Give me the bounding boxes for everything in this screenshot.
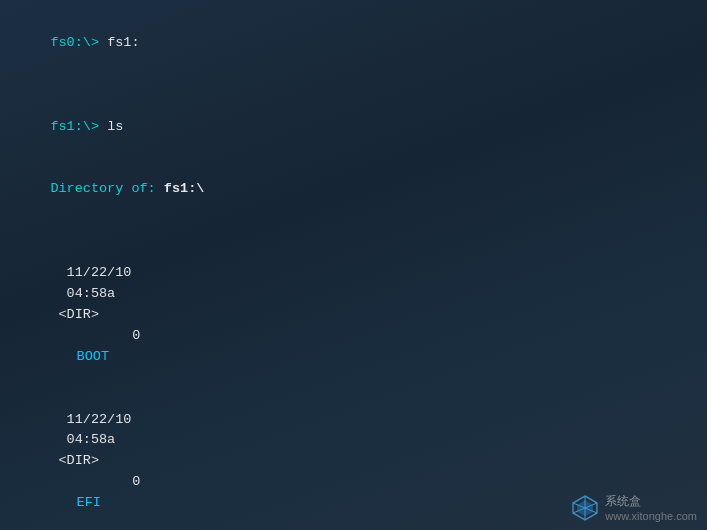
prompt-line-1: fs0:\> fs1: xyxy=(18,12,689,75)
ls-prompt-line: fs1:\> ls xyxy=(18,96,689,159)
list-item: 11/22/10 04:58a <DIR> 0 BOOT xyxy=(18,242,689,388)
watermark: 系统盒 www.xitonghe.com xyxy=(571,493,697,522)
fs1-command: fs1: xyxy=(107,35,139,50)
ls-command: ls xyxy=(107,119,123,134)
watermark-url: www.xitonghe.com xyxy=(605,510,697,522)
blank-line-1 xyxy=(18,75,689,96)
directory-path: fs1:\ xyxy=(164,181,205,196)
directory-line: Directory of: fs1:\ xyxy=(18,158,689,221)
watermark-brand: 系统盒 xyxy=(605,493,697,510)
terminal-window: fs0:\> fs1: fs1:\> ls Directory of: fs1:… xyxy=(0,0,707,530)
directory-label: Directory of: xyxy=(50,181,163,196)
fs1-ls-prompt: fs1:\> xyxy=(50,119,107,134)
fs0-prompt: fs0:\> xyxy=(50,35,107,50)
watermark-icon xyxy=(571,494,599,522)
blank-line-2 xyxy=(18,221,689,242)
